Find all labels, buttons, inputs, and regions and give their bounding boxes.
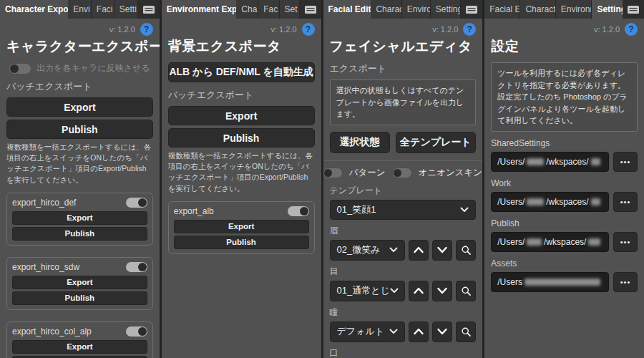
help-icon[interactable]: ? [140, 23, 153, 36]
panel-menu-button[interactable] [623, 0, 644, 19]
auto-generate-button[interactable]: ALB から DEF/NML を自動生成 [168, 62, 315, 82]
batch-export-button[interactable]: Export [168, 106, 315, 125]
tab-facial-editor[interactable]: Facial Editor [323, 0, 371, 19]
item-export-button[interactable]: Export [12, 340, 147, 354]
export-item-toggle[interactable] [126, 326, 147, 337]
tabbar: Character Exporter Envi Faci Setti [0, 0, 160, 19]
tab-environment-exporter[interactable]: Envi [68, 0, 91, 19]
panel-menu-button[interactable] [461, 0, 482, 19]
sharedsettings-path-field[interactable]: /Users//wkspaces/ [491, 152, 609, 172]
redacted-text [527, 238, 542, 246]
tab-setting[interactable]: Setti [114, 0, 138, 19]
assets-browse-button[interactable]: ••• [613, 272, 638, 292]
batch-export-section-label: バッチエクスポート [168, 89, 315, 102]
panel-setting: Facial Ed Characte Environm Setting v: 1… [484, 0, 644, 358]
batch-export-section-label: バッチエクスポート [6, 80, 153, 93]
part-label-pupil: 瞳 [330, 306, 477, 319]
tab-setting[interactable]: Set [280, 0, 300, 19]
publish-path-field[interactable]: /Users//wkspaces/ [491, 232, 609, 252]
item-export-button[interactable]: Export [12, 211, 147, 225]
chevron-down-icon [389, 247, 398, 253]
pupil-next-button[interactable] [432, 321, 452, 342]
redacted-text [527, 158, 544, 165]
version-label: v: 1.2.0 [109, 25, 135, 34]
tab-character-exporter[interactable]: Character Exporter [0, 0, 68, 19]
page-title: 設定 [491, 37, 638, 56]
eye-search-button[interactable] [456, 281, 476, 301]
help-icon[interactable]: ? [463, 23, 476, 36]
help-icon[interactable]: ? [302, 23, 315, 36]
work-path-field[interactable]: /Users//wkspaces/ [491, 192, 609, 212]
panel-menu-button[interactable] [300, 0, 321, 19]
pattern-toggle[interactable] [323, 168, 342, 178]
item-export-button[interactable]: Export [174, 220, 309, 233]
tab-character-exporter[interactable]: Charac [371, 0, 401, 19]
tab-environment-exporter[interactable]: Environment Exporter [162, 0, 237, 19]
panel-menu-button[interactable] [138, 0, 160, 19]
export-item-group: export_hirco_col_alp Export Publish [6, 321, 153, 358]
redacted-text [525, 279, 600, 286]
chevron-up-icon [413, 286, 424, 295]
tab-character-exporter[interactable]: Cha [236, 0, 258, 19]
eye-dropdown[interactable]: 01_通常とじ [330, 281, 406, 301]
publish-browse-button[interactable]: ••• [613, 232, 638, 252]
chevron-down-icon [436, 246, 448, 254]
export-all-templates-button[interactable]: 全テンプレート [396, 132, 477, 153]
eye-prev-button[interactable] [409, 281, 429, 301]
pupil-search-button[interactable] [456, 321, 476, 342]
batch-export-button[interactable]: Export [6, 97, 153, 117]
pupil-dropdown-value: デフォルト [337, 325, 385, 338]
eyebrow-search-button[interactable] [456, 240, 476, 261]
plugin-panels-window: Character Exporter Envi Faci Setti v: 1.… [0, 0, 644, 358]
eyebrow-dropdown[interactable]: 02_微笑み [330, 240, 406, 261]
search-icon [461, 286, 472, 296]
field-label-work: Work [491, 178, 638, 188]
export-item-toggle[interactable] [126, 262, 147, 272]
batch-publish-button[interactable]: Publish [168, 128, 315, 147]
help-icon[interactable]: ? [625, 23, 638, 36]
item-publish-button[interactable]: Publish [12, 291, 147, 305]
panel-environment-exporter: Environment Exporter Cha Fac Set v: 1.2.… [162, 0, 321, 358]
tab-character-exporter[interactable]: Characte [520, 0, 555, 19]
export-item-toggle[interactable] [126, 198, 147, 208]
eyebrow-next-button[interactable] [432, 240, 452, 261]
eyebrow-prev-button[interactable] [409, 240, 429, 261]
tab-setting[interactable]: Setting [592, 0, 623, 19]
item-publish-button[interactable]: Publish [174, 236, 309, 249]
onion-skin-toggle[interactable] [393, 168, 411, 178]
field-label-assets: Assets [491, 258, 638, 268]
path-text: /Users/ [497, 157, 525, 167]
pupil-prev-button[interactable] [409, 321, 429, 342]
tab-facial-editor[interactable]: Faci [92, 0, 114, 19]
divider [323, 160, 483, 161]
template-dropdown-value: 01_笑顔1 [337, 203, 376, 216]
chevron-down-icon [390, 288, 399, 294]
version-label: v: 1.2.0 [594, 25, 620, 34]
tab-setting[interactable]: Setting [431, 0, 461, 19]
sharedsettings-browse-button[interactable]: ••• [613, 152, 638, 172]
reflect-output-toggle[interactable] [9, 64, 31, 74]
eye-next-button[interactable] [432, 281, 452, 301]
export-item-toggle[interactable] [288, 206, 309, 216]
eyebrow-dropdown-value: 02_微笑み [337, 243, 381, 256]
export-selected-state-button[interactable]: 選択状態 [330, 132, 390, 153]
version-label: v: 1.2.0 [432, 25, 458, 34]
tab-facial-editor[interactable]: Facial Ed [484, 0, 520, 19]
onion-skin-toggle-label: オニオンスキン [419, 167, 483, 179]
search-icon [461, 326, 472, 337]
path-text: /wkspaces/ [544, 237, 586, 247]
pupil-dropdown[interactable]: デフォルト [330, 321, 406, 342]
template-dropdown[interactable]: 01_笑顔1 [330, 200, 477, 220]
panel-menu-icon [142, 5, 155, 14]
export-item-name: export_hirco_sdw [12, 262, 79, 272]
tab-environment-exporter[interactable]: Enviro [402, 0, 431, 19]
item-export-button[interactable]: Export [12, 276, 147, 289]
assets-path-field[interactable]: /Users [491, 272, 609, 292]
item-publish-button[interactable]: Publish [12, 227, 147, 241]
export-section-label: エクスポート [330, 62, 477, 75]
work-browse-button[interactable]: ••• [613, 192, 638, 212]
tab-environment-exporter[interactable]: Environm [556, 0, 592, 19]
pattern-toggle-label: パターン [349, 167, 386, 179]
tab-facial-editor[interactable]: Fac [258, 0, 279, 19]
batch-publish-button[interactable]: Publish [6, 120, 153, 139]
